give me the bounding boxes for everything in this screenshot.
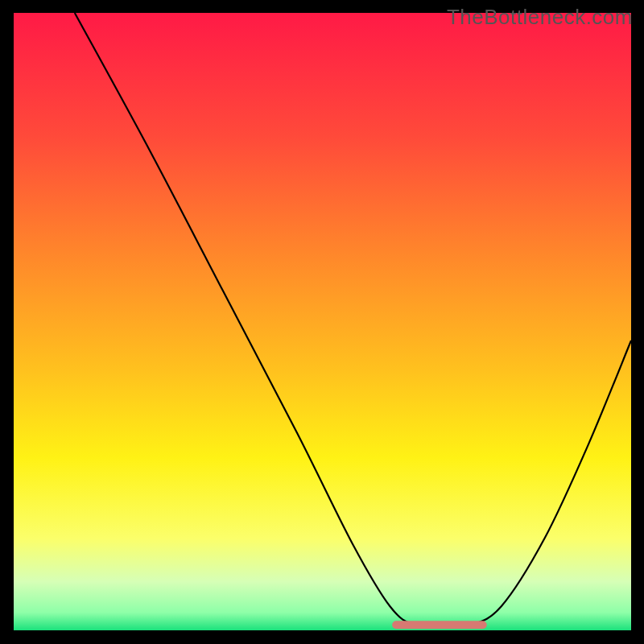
watermark-text: TheBottleneck.com (447, 5, 633, 30)
bottleneck-chart (13, 13, 631, 631)
gradient-background (13, 13, 631, 631)
chart-frame: TheBottleneck.com (0, 0, 644, 644)
